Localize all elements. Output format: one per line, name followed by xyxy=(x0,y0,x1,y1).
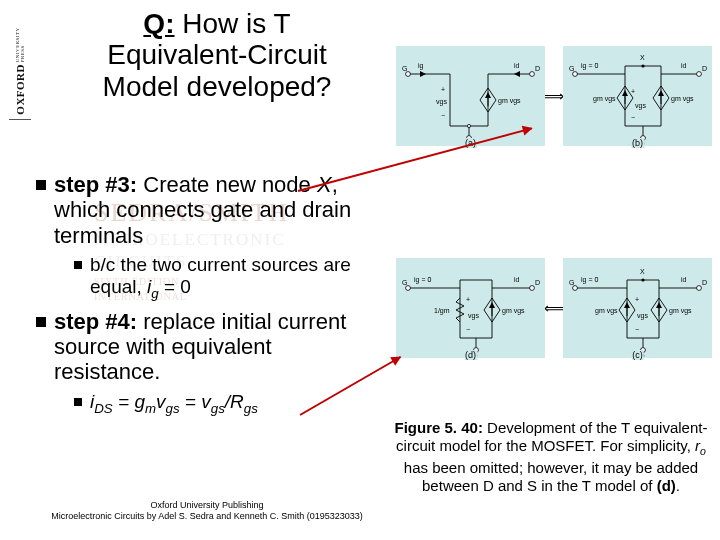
svg-marker-8 xyxy=(485,92,491,98)
bullet-body: b/c the two current sources are equal, xyxy=(90,254,351,297)
bullet-icon xyxy=(74,398,82,406)
svg-point-12 xyxy=(467,124,470,127)
svg-marker-36 xyxy=(622,90,628,96)
bullet-body: Create new node xyxy=(137,172,317,197)
eq-part: = xyxy=(180,391,202,412)
svg-text:G: G xyxy=(402,279,407,286)
bullet-step-3-sub: b/c the two current sources are equal, i… xyxy=(74,254,376,301)
svg-marker-65 xyxy=(489,302,495,308)
double-arrow-icon: ⟹ xyxy=(544,88,564,104)
svg-text:G: G xyxy=(569,279,574,286)
svg-text:D: D xyxy=(702,65,707,72)
svg-text:G: G xyxy=(402,65,407,72)
svg-marker-23 xyxy=(514,71,520,77)
eq-sub: gs xyxy=(244,401,258,416)
svg-text:gm vgs: gm vgs xyxy=(671,95,694,103)
caption-sub: o xyxy=(700,445,706,457)
svg-text:vgs: vgs xyxy=(637,312,648,320)
slide-title: Q: How is T Equivalent-Circuit Model dev… xyxy=(72,8,362,102)
caption-body: has been omitted; however, it may be add… xyxy=(404,459,698,495)
eq-part: /R xyxy=(225,391,244,412)
bullet-step-4-sub: iDS = gmvgs = vgs/Rgs xyxy=(74,391,376,416)
transition-arrow: ⟸ xyxy=(545,258,563,358)
svg-text:id: id xyxy=(514,62,520,69)
svg-text:vgs: vgs xyxy=(468,312,479,320)
svg-text:vgs: vgs xyxy=(436,98,447,106)
bullet-list: step #3: Create new node X, which connec… xyxy=(36,172,376,424)
svg-text:ig = 0: ig = 0 xyxy=(581,62,598,70)
svg-text:G: G xyxy=(569,65,574,72)
svg-text:X: X xyxy=(640,54,645,61)
svg-text:X: X xyxy=(640,268,645,275)
svg-point-33 xyxy=(641,64,644,67)
title-q: Q: xyxy=(143,8,174,39)
svg-marker-91 xyxy=(624,302,630,308)
svg-text:ig = 0: ig = 0 xyxy=(414,276,431,284)
bullet-text: b/c the two current sources are equal, i… xyxy=(90,254,376,301)
logo-title: OXFORD xyxy=(14,64,26,115)
svg-text:−: − xyxy=(631,114,635,121)
svg-text:id: id xyxy=(514,276,520,283)
svg-marker-39 xyxy=(658,90,664,96)
eq-part: g xyxy=(134,391,145,412)
svg-text:id: id xyxy=(681,276,687,283)
svg-point-95 xyxy=(573,286,578,291)
eq-part: v xyxy=(156,391,166,412)
circuit-panel-d: G D S ig = 0 id 1/gm gm vgs + − vgs (d) xyxy=(396,258,545,358)
svg-text:−: − xyxy=(466,326,470,333)
credit-text: Oxford University Publishing xyxy=(42,500,372,511)
caption-lead: Figure 5. 40: xyxy=(395,419,483,436)
logo-rule xyxy=(9,119,31,120)
svg-text:+: + xyxy=(441,86,445,93)
bullet-label: step #3: xyxy=(54,172,137,197)
svg-text:1/gm: 1/gm xyxy=(434,307,450,315)
logo-subtitle: UNIVERSITY PRESS xyxy=(15,10,25,62)
figure-caption: Figure 5. 40: Development of the T equiv… xyxy=(392,419,710,496)
var-sub: g xyxy=(151,286,158,301)
svg-text:gm vgs: gm vgs xyxy=(595,307,618,315)
svg-text:+: + xyxy=(466,296,470,303)
eq-part: v xyxy=(201,391,211,412)
eq-sub: m xyxy=(145,401,156,416)
svg-text:vgs: vgs xyxy=(635,102,646,110)
svg-text:+: + xyxy=(635,296,639,303)
credit-text: Microelectronic Circuits by Adel S. Sedr… xyxy=(42,511,372,522)
panel-label: (c) xyxy=(631,350,644,360)
svg-point-41 xyxy=(697,72,702,77)
figure-grid: G D S ig id + − vgs gm vgs (a) ⟹ xyxy=(396,46,712,358)
bullet-text: step #4: replace initial current source … xyxy=(54,309,376,385)
svg-marker-22 xyxy=(420,71,426,77)
svg-text:D: D xyxy=(535,279,540,286)
bullet-icon xyxy=(36,180,46,190)
svg-point-84 xyxy=(641,278,644,281)
svg-point-40 xyxy=(573,72,578,77)
svg-text:ig: ig xyxy=(418,62,424,70)
caption-ref: (d) xyxy=(657,477,676,494)
bullet-icon xyxy=(74,261,82,269)
svg-point-67 xyxy=(530,286,535,291)
eq-part: = xyxy=(113,391,135,412)
svg-text:−: − xyxy=(441,112,445,119)
svg-point-9 xyxy=(406,72,411,77)
svg-text:gm vgs: gm vgs xyxy=(502,307,525,315)
bullet-icon xyxy=(36,317,46,327)
eq-sub: gs xyxy=(166,401,180,416)
svg-text:−: − xyxy=(635,326,639,333)
credit-line: Oxford University Publishing Microelectr… xyxy=(42,500,372,522)
svg-marker-94 xyxy=(656,302,662,308)
svg-text:+: + xyxy=(631,88,635,95)
double-arrow-icon: ⟸ xyxy=(544,300,564,316)
eq-sub: DS xyxy=(94,401,112,416)
title-text: How is T Equivalent-Circuit Model develo… xyxy=(103,8,332,102)
svg-text:gm vgs: gm vgs xyxy=(498,97,521,105)
svg-text:gm vgs: gm vgs xyxy=(669,307,692,315)
svg-point-96 xyxy=(697,286,702,291)
publisher-logo: UNIVERSITY PRESS OXFORD xyxy=(4,10,36,120)
circuit-panel-c: G D S X ig = 0 id gm vgs gm vgs + − vgs … xyxy=(563,258,712,358)
panel-label: (b) xyxy=(631,138,644,148)
svg-text:gm vgs: gm vgs xyxy=(593,95,616,103)
svg-point-10 xyxy=(530,72,535,77)
svg-text:D: D xyxy=(535,65,540,72)
panel-label: (d) xyxy=(464,350,477,360)
transition-arrow: ⟹ xyxy=(545,46,563,146)
